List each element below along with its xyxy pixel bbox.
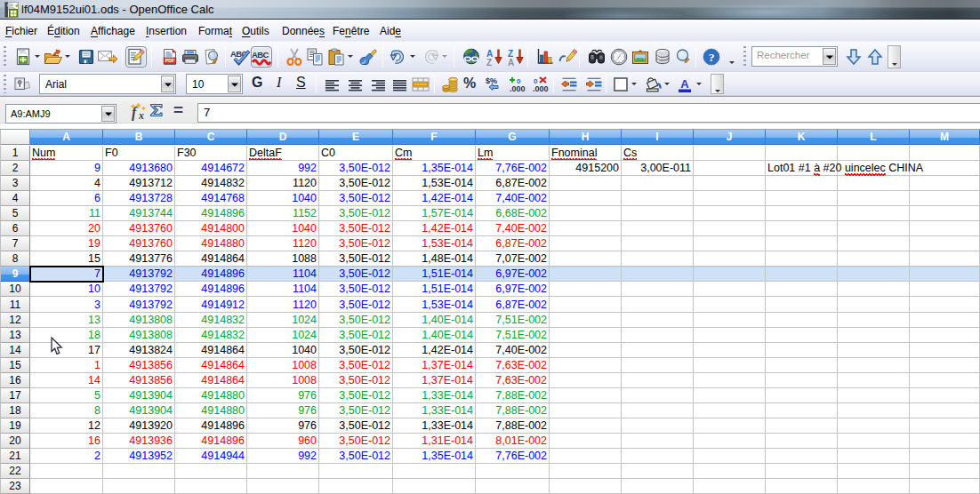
svg-text:Z: Z [486,58,492,67]
svg-text:ABC: ABC [252,50,269,60]
svg-text:.000: .000 [533,84,549,93]
svg-text:A: A [508,58,514,67]
svg-text:A: A [680,76,689,90]
svg-text:x: x [138,109,144,122]
svg-text:PDF: PDF [165,58,174,63]
svg-text:$%: $% [486,76,497,85]
svg-text:?: ? [709,51,715,64]
svg-text:.000: .000 [510,84,526,93]
